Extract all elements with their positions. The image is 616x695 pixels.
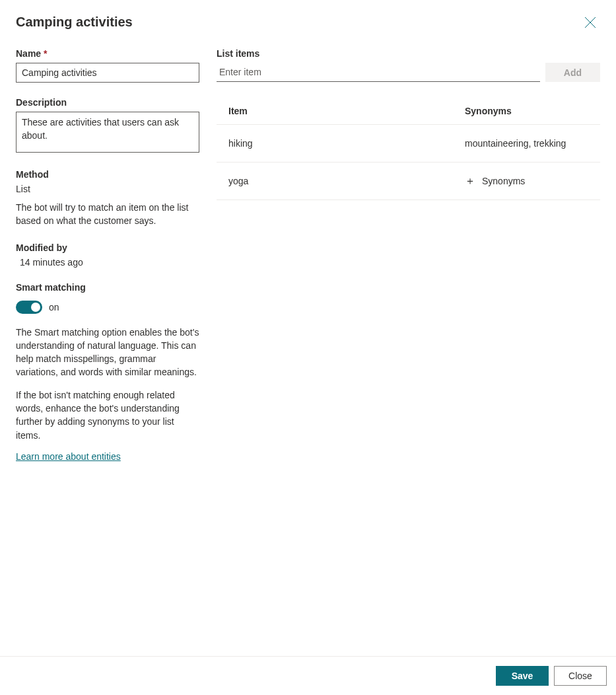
page-title: Camping activities <box>16 15 133 30</box>
plus-icon: ＋ <box>465 176 475 186</box>
learn-more-link[interactable]: Learn more about entities <box>16 451 121 462</box>
name-field-group: Name * <box>16 48 199 83</box>
synonyms-cell: ＋ Synonyms <box>465 176 588 186</box>
name-label-text: Name <box>16 48 41 59</box>
method-label: Method <box>16 169 199 180</box>
smart-matching-toggle-row: on <box>16 301 199 314</box>
column-item-header: Item <box>228 106 465 116</box>
method-help-text: The bot will try to match an item on the… <box>16 201 199 228</box>
dialog-header: Camping activities <box>0 0 616 36</box>
right-panel: List items Add Item Synonyms hiking moun… <box>217 48 600 656</box>
table-header: Item Synonyms <box>217 98 600 125</box>
method-field-group: Method List The bot will try to match an… <box>16 169 199 228</box>
smart-desc-1: The Smart matching option enables the bo… <box>16 326 199 379</box>
smart-matching-state: on <box>49 302 59 312</box>
add-button[interactable]: Add <box>545 63 600 82</box>
items-table: Item Synonyms hiking mountaineering, tre… <box>217 98 600 200</box>
save-button[interactable]: Save <box>496 666 549 686</box>
list-input-row: Add <box>217 63 600 82</box>
dialog-content: Name * Description These are activities … <box>0 36 616 656</box>
table-row[interactable]: yoga ＋ Synonyms <box>217 163 600 200</box>
smart-matching-description: The Smart matching option enables the bo… <box>16 326 199 442</box>
method-value: List <box>16 184 199 194</box>
table-row[interactable]: hiking mountaineering, trekking <box>217 125 600 163</box>
smart-desc-2: If the bot isn't matching enough related… <box>16 388 199 442</box>
modified-label: Modified by <box>16 242 199 253</box>
close-button[interactable]: Close <box>554 666 607 686</box>
smart-matching-section: Smart matching on The Smart matching opt… <box>16 282 199 462</box>
modified-field-group: Modified by 14 minutes ago <box>16 242 199 268</box>
item-cell: hiking <box>228 138 465 149</box>
left-panel: Name * Description These are activities … <box>16 48 199 656</box>
description-textarea[interactable]: These are activities that users can ask … <box>16 112 199 153</box>
description-field-group: Description These are activities that us… <box>16 97 199 155</box>
add-synonyms-label: Synonyms <box>482 176 525 186</box>
name-input[interactable] <box>16 63 199 83</box>
item-cell: yoga <box>228 176 465 186</box>
toggle-knob <box>31 303 40 312</box>
modified-value: 14 minutes ago <box>16 257 199 268</box>
required-marker: * <box>44 48 47 59</box>
name-label: Name * <box>16 48 199 59</box>
description-label: Description <box>16 97 199 108</box>
dialog-footer: Save Close <box>0 656 616 695</box>
list-items-label: List items <box>217 48 600 59</box>
smart-matching-toggle[interactable] <box>16 301 42 314</box>
list-item-input[interactable] <box>217 63 540 82</box>
synonyms-cell: mountaineering, trekking <box>465 138 588 149</box>
smart-matching-label: Smart matching <box>16 282 199 293</box>
add-synonyms-button[interactable]: ＋ Synonyms <box>465 176 525 186</box>
close-icon[interactable] <box>584 17 596 28</box>
column-synonyms-header: Synonyms <box>465 106 588 116</box>
